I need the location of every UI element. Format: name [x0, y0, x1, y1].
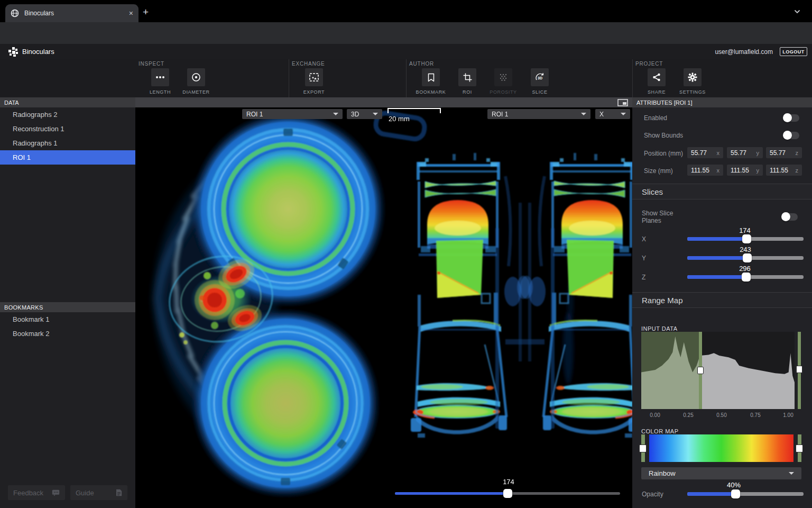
roi-icon: [463, 73, 472, 82]
slice-z-slider[interactable]: [687, 275, 804, 279]
show-bounds-label: Show Bounds: [644, 132, 683, 139]
user-email: user@lumafield.com: [715, 48, 773, 56]
slice-z-label: Z: [642, 274, 645, 281]
slider-knob[interactable]: [731, 489, 740, 498]
toolbar-divider: [406, 59, 407, 97]
toolbar-divider: [632, 59, 633, 97]
sidebar-item-bookmark-1[interactable]: Bookmark 1: [0, 312, 135, 326]
attributes-header: ATTRIBUTES [ROI 1]: [632, 97, 812, 107]
chevron-down-icon: [789, 472, 794, 475]
slider-knob[interactable]: [503, 489, 512, 498]
enabled-toggle[interactable]: [783, 114, 799, 122]
export-tool[interactable]: EXPORT: [296, 68, 332, 95]
app-toolbar: INSPECT EXCHANGE AUTHOR PROJECT LENGTH D…: [0, 59, 812, 98]
new-tab-button[interactable]: +: [143, 6, 149, 18]
feedback-button[interactable]: Feedback: [8, 485, 65, 500]
colormap-gradient-bar: [649, 434, 793, 462]
position-x-field[interactable]: 55.77x: [687, 147, 723, 158]
hist-tick: 0.00: [645, 412, 665, 418]
attributes-panel: Enabled Show Bounds Position (mm) 55.77x…: [632, 107, 812, 508]
export-icon: [309, 73, 319, 81]
range-min-handle[interactable]: [697, 367, 704, 374]
settings-tool[interactable]: SETTINGS: [675, 68, 710, 95]
sidebar-bookmarks-header: BOOKMARKS: [0, 302, 135, 312]
show-slice-planes-toggle[interactable]: [782, 213, 798, 221]
toolbar-section-exchange: EXCHANGE: [292, 61, 325, 67]
tab-close-icon[interactable]: ×: [129, 9, 133, 17]
opacity-label: Opacity: [642, 491, 663, 498]
project-title: Binoculars: [22, 48, 54, 56]
chevron-down-icon: [373, 113, 378, 115]
slice-y-value: 243: [735, 246, 756, 253]
roi-tool[interactable]: ROI: [449, 68, 485, 95]
position-y-field[interactable]: 55.77y: [727, 147, 763, 158]
opacity-value: 40%: [723, 481, 744, 489]
logout-button[interactable]: LOGOUT: [780, 47, 807, 56]
viewer-canvas[interactable]: ROI 1 3D 20 mm ROI 1 X 174: [135, 107, 632, 508]
right-view-roi-select[interactable]: ROI 1: [487, 109, 590, 119]
sidebar-item-radiographs-1[interactable]: Radiographs 1: [0, 136, 135, 150]
colormap-min-handle[interactable]: [639, 444, 647, 452]
sidebar-item-roi-1[interactable]: ROI 1: [0, 150, 135, 165]
share-icon: [652, 73, 661, 81]
sidebar-item-reconstruction-1[interactable]: Reconstruction 1: [0, 122, 135, 136]
size-y-field[interactable]: 111.55y: [727, 165, 763, 176]
share-tool[interactable]: SHARE: [639, 68, 675, 95]
slice-tool[interactable]: 3D SLICE: [522, 68, 558, 95]
app-header: Binoculars user@lumafield.com LOGOUT: [0, 44, 812, 59]
chevron-down-icon: [333, 113, 338, 115]
hist-tick: 0.75: [746, 412, 765, 418]
diameter-icon: [191, 72, 201, 82]
sidebar-item-bookmark-2[interactable]: Bookmark 2: [0, 326, 135, 341]
slider-knob[interactable]: [742, 234, 751, 243]
sidebar-data-header: DATA: [0, 97, 135, 107]
hist-tick: 1.00: [779, 412, 798, 418]
colormap-select[interactable]: Rainbow: [641, 467, 801, 479]
right-view-axis-select[interactable]: X: [595, 109, 630, 119]
enabled-label: Enabled: [644, 114, 667, 122]
viewer-header-strip: [135, 97, 632, 107]
diameter-tool[interactable]: DIAMETER: [178, 68, 214, 95]
position-z-field[interactable]: 55.77z: [766, 147, 802, 158]
slice-slider-value: 174: [498, 478, 519, 486]
left-view-mode-select[interactable]: 3D: [347, 109, 382, 119]
guide-button[interactable]: Guide: [70, 485, 127, 500]
tab-search-chevron-icon[interactable]: [794, 10, 800, 14]
porosity-icon: [499, 73, 508, 81]
layout-panel-icon[interactable]: [617, 99, 628, 106]
scale-label: 20 mm: [389, 115, 410, 123]
slice-y-slider[interactable]: [687, 256, 804, 260]
slider-knob[interactable]: [743, 253, 752, 262]
chevron-down-icon: [581, 113, 586, 115]
size-x-field[interactable]: 111.55x: [687, 165, 723, 176]
sidebar: Radiographs 2 Reconstruction 1 Radiograp…: [0, 107, 135, 508]
show-bounds-toggle[interactable]: [783, 132, 799, 139]
slider-knob[interactable]: [742, 273, 751, 282]
input-data-label: INPUT DATA: [641, 325, 678, 332]
size-z-field[interactable]: 111.55z: [766, 165, 802, 176]
colormap-max-handle[interactable]: [796, 444, 803, 452]
length-tool[interactable]: LENGTH: [142, 68, 178, 95]
bookmark-tool[interactable]: BOOKMARK: [413, 68, 449, 95]
settings-gear-icon: [688, 72, 697, 82]
slice-x-value: 174: [734, 226, 755, 234]
slice-y-label: Y: [642, 255, 646, 262]
slice-x-label: X: [642, 235, 646, 243]
guide-document-icon: [116, 489, 122, 496]
lumafield-logo: [8, 47, 18, 57]
opacity-slider[interactable]: [687, 492, 804, 496]
sidebar-item-radiographs-2[interactable]: Radiographs 2: [0, 107, 135, 122]
hist-tick: 0.50: [712, 412, 731, 418]
show-slice-planes-label: Show Slice Planes: [642, 210, 686, 224]
porosity-tool[interactable]: POROSITY: [485, 68, 521, 95]
range-max-handle[interactable]: [796, 366, 802, 373]
size-label: Size (mm): [644, 167, 673, 175]
left-view-roi-select[interactable]: ROI 1: [242, 109, 343, 119]
toolbar-section-author: AUTHOR: [409, 61, 434, 67]
slice-x-slider[interactable]: [687, 237, 804, 241]
color-map-label: COLOR MAP: [641, 428, 679, 434]
objective-barrel-bottom: [190, 308, 381, 498]
slice-position-slider[interactable]: [395, 492, 620, 495]
bookmark-icon: [428, 73, 435, 82]
browser-tab[interactable]: Binoculars ×: [5, 4, 139, 22]
